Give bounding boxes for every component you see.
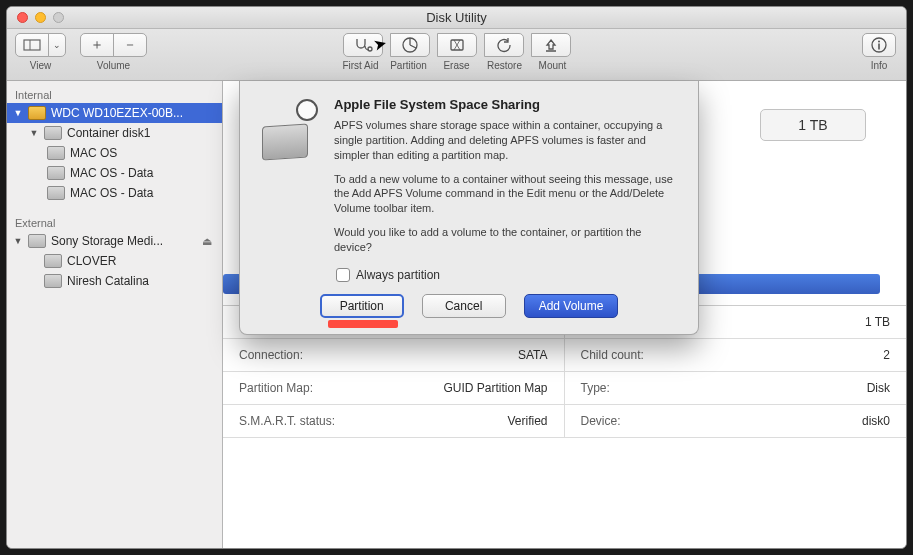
erase-label: Erase: [433, 60, 481, 71]
partition-button-dialog[interactable]: Partition: [320, 294, 404, 318]
sidebar-item-container[interactable]: ▼ Container disk1: [7, 123, 222, 143]
volume-icon: [44, 274, 62, 288]
sidebar-item-label: MAC OS - Data: [70, 166, 153, 180]
sidebar-item-macos-data-2[interactable]: MAC OS - Data: [7, 183, 222, 203]
partition-button[interactable]: [390, 33, 430, 57]
sidebar-item-label: CLOVER: [67, 254, 116, 268]
restore-button[interactable]: [484, 33, 524, 57]
titlebar: Disk Utility: [7, 7, 906, 29]
svg-point-2: [368, 47, 372, 51]
sidebar-item-label: MAC OS - Data: [70, 186, 153, 200]
volume-icon: [47, 186, 65, 200]
disclosure-triangle-icon[interactable]: ▼: [13, 108, 23, 118]
info-row-childcount: Child count:2: [565, 339, 907, 372]
checkbox-icon[interactable]: [336, 268, 350, 282]
apfs-dialog: Apple File System Space Sharing APFS vol…: [239, 81, 699, 335]
sidebar-section-external: External: [7, 213, 222, 231]
info-label: Info: [871, 60, 888, 71]
sidebar-section-internal: Internal: [7, 85, 222, 103]
mount-label: Mount: [529, 60, 577, 71]
first-aid-label: First Aid: [337, 60, 385, 71]
info-icon: [870, 36, 888, 54]
add-volume-button[interactable]: ＋: [80, 33, 114, 57]
internal-drive-icon: [28, 106, 46, 120]
sidebar-item-niresh[interactable]: Niresh Catalina: [7, 271, 222, 291]
cancel-button[interactable]: Cancel: [422, 294, 506, 318]
container-icon: [44, 126, 62, 140]
sidebar-item-label: WDC WD10EZEX-00B...: [51, 106, 183, 120]
sidebar-item-macos-data-1[interactable]: MAC OS - Data: [7, 163, 222, 183]
chevron-down-icon: ⌄: [53, 40, 61, 50]
info-row-type: Type:Disk: [565, 372, 907, 405]
sidebar-item-macos[interactable]: MAC OS: [7, 143, 222, 163]
pie-icon: [401, 36, 419, 54]
info-button[interactable]: [862, 33, 896, 57]
capacity-badge: 1 TB: [760, 109, 866, 141]
dialog-paragraph-3: Would you like to add a volume to the co…: [334, 225, 680, 255]
volume-label: Volume: [97, 60, 130, 71]
partition-label: Partition: [385, 60, 433, 71]
sidebar-item-clover[interactable]: CLOVER: [7, 251, 222, 271]
info-row-device: Device:disk0: [565, 405, 907, 438]
remove-volume-button[interactable]: －: [113, 33, 147, 57]
external-drive-icon: [28, 234, 46, 248]
annotation-underline: [328, 320, 398, 328]
erase-icon: [448, 37, 466, 53]
eject-icon[interactable]: ⏏: [202, 235, 218, 248]
sidebar-item-label: Niresh Catalina: [67, 274, 149, 288]
volume-icon: [44, 254, 62, 268]
stethoscope-icon: [353, 37, 373, 53]
dialog-icon: [258, 97, 320, 159]
view-label: View: [30, 60, 52, 71]
svg-rect-0: [24, 40, 40, 50]
window-title: Disk Utility: [7, 10, 906, 25]
always-partition-row[interactable]: Always partition: [336, 268, 680, 282]
dialog-paragraph-2: To add a new volume to a container witho…: [334, 172, 680, 217]
dialog-title: Apple File System Space Sharing: [334, 97, 680, 112]
restore-label: Restore: [481, 60, 529, 71]
always-partition-label: Always partition: [356, 268, 440, 282]
sidebar-item-sony[interactable]: ▼ Sony Storage Medi... ⏏: [7, 231, 222, 251]
mount-icon: [542, 37, 560, 53]
info-row-partmap: Partition Map:GUID Partition Map: [223, 372, 565, 405]
svg-point-7: [878, 41, 880, 43]
restore-icon: [495, 37, 513, 53]
disclosure-triangle-icon[interactable]: ▼: [13, 236, 23, 246]
sidebar-item-wdc-disk[interactable]: ▼ WDC WD10EZEX-00B...: [7, 103, 222, 123]
sidebar: Internal ▼ WDC WD10EZEX-00B... ▼ Contain…: [7, 81, 223, 548]
volume-icon: [47, 146, 65, 160]
view-button[interactable]: [15, 33, 49, 57]
disk-utility-window: Disk Utility ⌄ View ＋ － Volume: [6, 6, 907, 549]
dialog-paragraph-1: APFS volumes share storage space within …: [334, 118, 680, 163]
toolbar: ⌄ View ＋ － Volume: [7, 29, 906, 81]
svg-rect-8: [878, 44, 880, 50]
erase-button[interactable]: [437, 33, 477, 57]
view-dropdown[interactable]: ⌄: [48, 33, 66, 57]
sidebar-item-label: MAC OS: [70, 146, 117, 160]
add-volume-button-dialog[interactable]: Add Volume: [524, 294, 619, 318]
info-row-smart: S.M.A.R.T. status:Verified: [223, 405, 565, 438]
volume-icon: [47, 166, 65, 180]
mount-button[interactable]: [531, 33, 571, 57]
disclosure-triangle-icon[interactable]: ▼: [29, 128, 39, 138]
sidebar-item-label: Sony Storage Medi...: [51, 234, 163, 248]
sidebar-item-label: Container disk1: [67, 126, 150, 140]
info-row-connection: Connection:SATA: [223, 339, 565, 372]
